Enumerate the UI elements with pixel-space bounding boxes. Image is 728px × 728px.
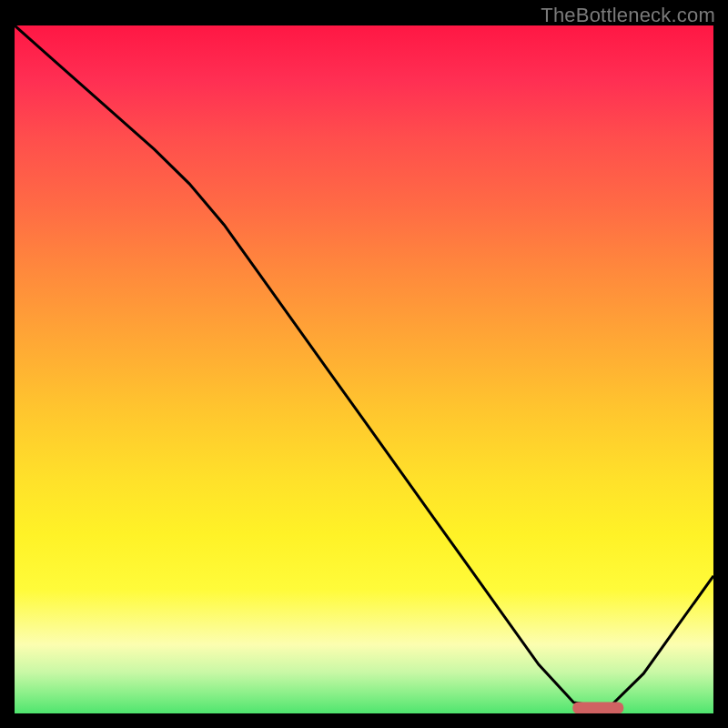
plot-background xyxy=(15,25,713,713)
watermark-label: TheBottleneck.com xyxy=(541,4,715,27)
chart-frame: TheBottleneck.com xyxy=(0,0,728,728)
marker-bar xyxy=(572,702,623,713)
chart-svg xyxy=(15,25,713,713)
bottleneck-curve xyxy=(15,25,713,708)
